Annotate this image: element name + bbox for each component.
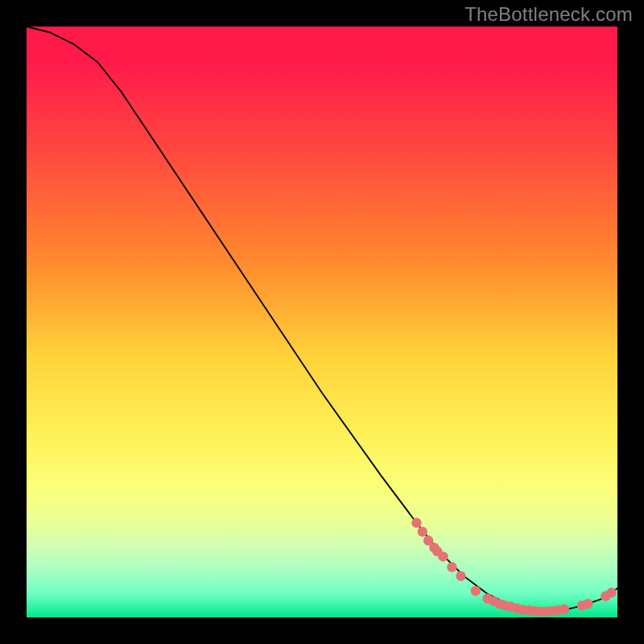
curve-point [411,518,421,527]
curve-points-group [411,518,617,617]
watermark-text: TheBottleneck.com [464,3,633,26]
curve-point [418,526,427,536]
curve-point [583,599,592,609]
curve-point [559,604,569,613]
curve-point [471,586,481,596]
curve-point [606,588,616,597]
chart-frame: TheBottleneck.com [0,0,644,644]
curve-point [456,571,465,580]
curve-point [447,562,456,572]
curve-line [27,27,617,612]
bottleneck-curve [27,27,617,617]
curve-point [438,551,448,561]
